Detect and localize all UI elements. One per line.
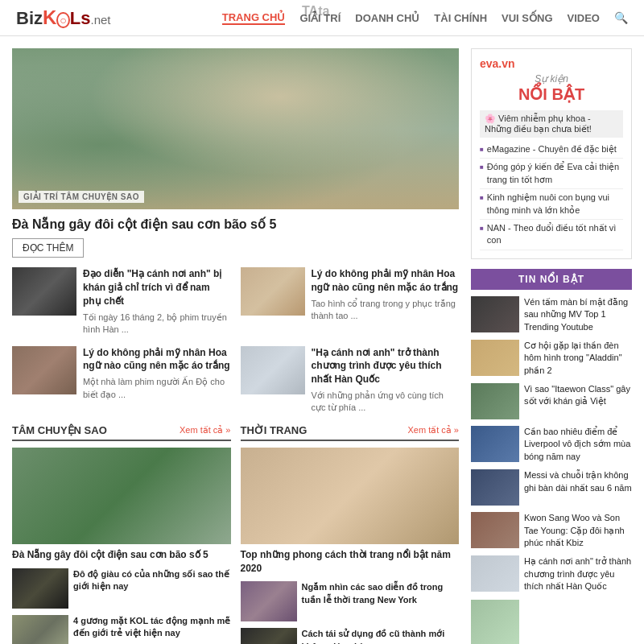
article-desc: Một nhà làm phim người Ấn Độ cho biết đạ… <box>83 376 231 401</box>
article-thumbnail <box>12 267 76 316</box>
trend-item <box>471 600 632 644</box>
logo-biz: Biz <box>16 8 43 28</box>
read-more-button[interactable]: ĐỌC THÊM <box>12 238 84 258</box>
trend-thumb <box>471 426 519 462</box>
hero-title[interactable]: Đà Nẵng gây đôi cột điện sau cơn bão số … <box>12 216 459 233</box>
nav-doanh-chu[interactable]: DOANH CHỦ <box>355 12 419 24</box>
section-thoi-more[interactable]: Xem tất cả » <box>407 425 459 436</box>
ad-title: NỔI BẬT <box>480 85 623 104</box>
articles-grid: Đạo diễn "Hạ cánh nơi anh" bị khán giả c… <box>12 267 459 414</box>
trend-title[interactable]: Vì sao "Itaewon Class" gây sốt với khán … <box>524 383 632 408</box>
section-card-image <box>12 448 231 544</box>
ad-item-text[interactable]: eMagazine - Chuyên đề đặc biệt <box>487 143 617 155</box>
nav-video[interactable]: VIDEO <box>568 12 600 24</box>
trend-item: Vén tấm màn bí mật đằng sau những MV Top… <box>471 296 632 333</box>
ad-item: eMagazine - Chuyên đề đặc biệt <box>480 141 623 159</box>
section-card-title[interactable]: Top những phong cách thời trang nổi bật … <box>241 548 460 576</box>
main-container: GIẢI TRÍ TÂM CHUYỆN SAO Đà Nẵng gây đôi … <box>0 36 644 644</box>
section-tam-title: TÂM CHUYỆN SAO <box>12 424 107 436</box>
section-card: Đà Nẵng gây đôi cột điện sau cơn bão số … <box>12 448 231 562</box>
logo-k: K <box>43 6 56 28</box>
trend-title[interactable]: Cơ hội gặp lại thần đèn hôm hình trong "… <box>524 340 632 377</box>
logo-net: .net <box>91 13 111 27</box>
article-thumbnail <box>241 267 305 316</box>
section-thoi-trang: THỜI TRANG Xem tất cả » Top những phong … <box>241 424 460 644</box>
section-card-title[interactable]: Đà Nẵng gây đôi cột điện sau cơn bão số … <box>12 548 231 562</box>
article-thumbnail <box>12 346 76 394</box>
small-thumb <box>241 581 297 621</box>
small-title[interactable]: Đô độ giàu có của những sối sao thế giới… <box>73 568 231 593</box>
trend-item: Cơ hội gặp lại thần đèn hôm hình trong "… <box>471 340 632 377</box>
article-title[interactable]: "Hạ cánh nơi anh" trở thành chương trình… <box>312 346 460 386</box>
trend-thumb <box>471 383 519 419</box>
trend-title[interactable]: Messi và chuỗi trận không ghi bàn dài nh… <box>524 469 632 494</box>
trend-thumb <box>471 600 519 644</box>
right-column: eva.vn Sự kiện NỔI BẬT 🌸 Viêm nhiễm phụ … <box>471 48 632 644</box>
trend-item: Kwon Sang Woo và Son Tae Young: Cặp đôi … <box>471 512 632 549</box>
search-icon[interactable]: 🔍 <box>614 11 628 24</box>
article-title[interactable]: Lý do không phải mỹ nhân Hoa ngữ nào cũn… <box>312 267 460 295</box>
ad-highlight: 🌸 Viêm nhiễm phụ khoa - Những điều bạn c… <box>480 110 623 138</box>
trend-thumb <box>471 340 519 376</box>
trend-content: Kwon Sang Woo và Son Tae Young: Cặp đôi … <box>524 512 632 549</box>
trend-content: Vì sao "Itaewon Class" gây sốt với khán … <box>524 383 632 419</box>
small-title[interactable]: Cách tái sử dụng đồ cũ thành mới không đ… <box>302 628 460 644</box>
section-tam-more[interactable]: Xem tất cả » <box>180 425 231 436</box>
trend-thumb <box>471 555 519 592</box>
ad-item-text[interactable]: Đóng góp ý kiến để Eva cải thiện trang t… <box>487 161 623 186</box>
trend-thumb <box>471 512 519 548</box>
watermark: TAta <box>302 4 329 19</box>
ad-box: eva.vn Sự kiện NỔI BẬT 🌸 Viêm nhiễm phụ … <box>471 48 632 259</box>
small-content: Đô độ giàu có của những sối sao thế giới… <box>73 568 231 609</box>
trend-item: Messi và chuỗi trận không ghi bàn dài nh… <box>471 469 632 506</box>
trending-header: TIN NỔI BẬT <box>471 269 632 290</box>
section-tam-chuyen-sao: TÂM CHUYỆN SAO Xem tất cả » Đà Nẵng gây … <box>12 424 231 644</box>
article-title[interactable]: Lý do không phải mỹ nhân Hoa ngữ nào cũn… <box>83 346 231 374</box>
trend-content: Messi và chuỗi trận không ghi bàn dài nh… <box>524 469 632 506</box>
article-item: Lý do không phải mỹ nhân Hoa ngữ nào cũn… <box>241 267 460 336</box>
article-item: Lý do không phải mỹ nhân Hoa ngữ nào cũn… <box>12 346 231 415</box>
trend-content: Cần bao nhiêu điểm để Liverpool vô địch … <box>524 426 632 463</box>
small-title[interactable]: Ngắm nhìn các sao diễn đồ trong tuần lễ … <box>302 581 460 606</box>
trend-content: Vén tấm màn bí mật đằng sau những MV Top… <box>524 296 632 333</box>
section-card-image <box>241 448 460 544</box>
nav-trang-chu[interactable]: TRANG CHỦ <box>222 11 286 25</box>
ad-item-text[interactable]: NAN - Theo đuổi điều tốt nhất vì con <box>487 222 623 247</box>
article-item: "Hạ cánh nơi anh" trở thành chương trình… <box>241 346 460 415</box>
ad-subtitle: Sự kiện <box>480 73 623 85</box>
trend-item: Hạ cánh nơi anh" trở thành chương trình … <box>471 555 632 592</box>
article-item: Đạo diễn "Hạ cánh nơi anh" bị khán giả c… <box>12 267 231 336</box>
article-title[interactable]: Đạo diễn "Hạ cánh nơi anh" bị khán giả c… <box>83 267 231 308</box>
nav-vui-song[interactable]: VUI SỐNG <box>502 12 552 24</box>
ad-highlight-icon: 🌸 <box>485 114 498 123</box>
trend-content: Hạ cánh nơi anh" trở thành chương trình … <box>524 555 632 592</box>
hero-image: GIẢI TRÍ TÂM CHUYỆN SAO <box>12 48 459 209</box>
article-content: Lý do không phải mỹ nhân Hoa ngữ nào cũn… <box>83 346 231 415</box>
trend-thumb <box>471 469 519 506</box>
left-column: GIẢI TRÍ TÂM CHUYỆN SAO Đà Nẵng gây đôi … <box>12 48 459 644</box>
ad-highlight-text: Viêm nhiễm phụ khoa - Những điều bạn chư… <box>485 114 592 134</box>
small-article: Cách tái sử dụng đồ cũ thành mới không đ… <box>241 628 460 644</box>
trend-title[interactable]: Hạ cánh nơi anh" trở thành chương trình … <box>524 555 632 592</box>
article-thumbnail <box>241 346 305 394</box>
small-thumb <box>241 628 297 644</box>
section-row: TÂM CHUYỆN SAO Xem tất cả » Đà Nẵng gây … <box>12 424 459 644</box>
trend-title[interactable]: Vén tấm màn bí mật đằng sau những MV Top… <box>524 296 632 333</box>
small-thumb <box>12 568 68 609</box>
trend-title[interactable]: Cần bao nhiêu điểm để Liverpool vô địch … <box>524 426 632 463</box>
trend-thumb <box>471 296 519 332</box>
section-card: Top những phong cách thời trang nổi bật … <box>241 448 460 576</box>
trend-content: Cơ hội gặp lại thần đèn hôm hình trong "… <box>524 340 632 377</box>
logo[interactable]: BizK○Ls.net <box>16 6 111 29</box>
section-tam-header: TÂM CHUYỆN SAO Xem tất cả » <box>12 424 231 441</box>
trend-title[interactable]: Kwon Sang Woo và Son Tae Young: Cặp đôi … <box>524 512 632 549</box>
hero-tag: GIẢI TRÍ TÂM CHUYỆN SAO <box>19 191 144 203</box>
small-article: Đô độ giàu có của những sối sao thế giới… <box>12 568 231 609</box>
article-desc: Với những phản ứng vô cùng tích cực từ p… <box>312 390 460 415</box>
ad-item-text[interactable]: Kinh nghiệm nuôi con bụng vui thông minh… <box>487 192 623 217</box>
nav-tai-chinh[interactable]: TÀI CHÍNH <box>434 12 487 24</box>
article-desc: Tao hình cổ trang trong y phục trắng thà… <box>312 298 460 323</box>
small-title[interactable]: 4 gương mặt KOL tác động mạnh mẽ đến giớ… <box>73 615 231 640</box>
section-thoi-header: THỜI TRANG Xem tất cả » <box>241 424 460 441</box>
logo-circle: ○ <box>56 12 69 28</box>
